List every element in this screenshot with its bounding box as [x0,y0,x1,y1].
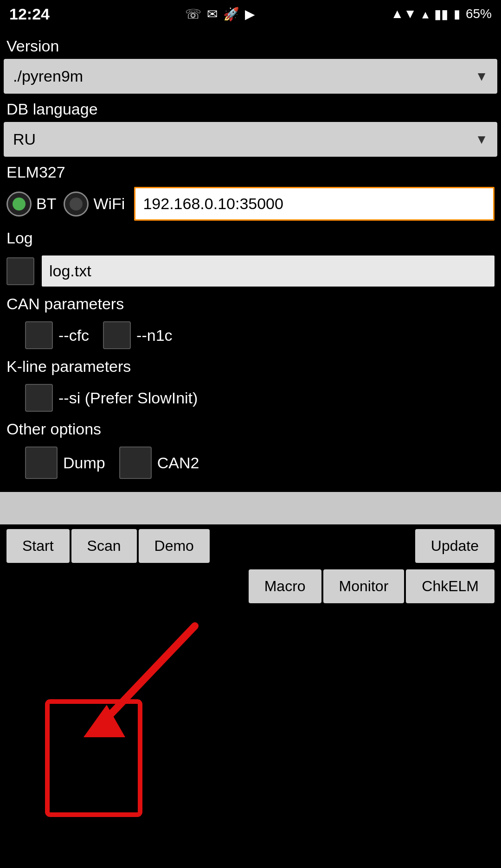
n1c-label: --n1c [136,326,172,345]
dump-label: Dump [63,454,105,472]
can-parameters-label: CAN parameters [0,290,501,315]
wifi-radio-item[interactable]: WiFi [64,191,125,217]
play-store-icon: ▶ [245,6,255,22]
arrow-shaft [102,626,195,723]
other-section: Dump CAN2 [0,440,501,483]
dump-checkbox[interactable] [25,447,58,479]
version-value: ./pyren9m [13,67,83,85]
kline-section: --si (Prefer SlowInit) [0,377,501,415]
gmail-icon: ✉ [207,6,218,22]
db-language-value: RU [13,130,36,148]
elm327-row: BT WiFi [6,187,495,221]
chkelm-button[interactable]: ChkELM [406,569,495,603]
log-filename: log.txt [42,255,495,287]
status-right: ▲▼ ▴ ▮▮ ▮ 65% [391,6,492,22]
version-label: Version [0,32,501,57]
cfc-checkbox[interactable] [25,321,53,349]
wifi-icon: ▴ [422,6,429,22]
bt-label: BT [36,195,56,213]
status-bar: 12:24 ☏ ✉ 🚀 ▶ ▲▼ ▴ ▮▮ ▮ 65% [0,0,501,28]
kline-row: --si (Prefer SlowInit) [6,384,495,412]
main-content: Version ./pyren9m ▼ DB language RU ▼ ELM… [0,28,501,610]
n1c-item: --n1c [103,321,172,349]
wifi-radio-circle[interactable] [64,191,89,217]
log-checkbox[interactable] [6,257,34,285]
connection-type-group: BT WiFi [6,191,125,217]
status-icons: ☏ ✉ 🚀 ▶ [185,6,255,22]
si-label: --si (Prefer SlowInit) [58,389,198,407]
db-language-dropdown[interactable]: RU ▼ [4,122,497,157]
kline-parameters-label: K-line parameters [0,353,501,377]
log-row: log.txt [6,255,495,287]
battery-icon: ▮ [454,7,460,21]
version-dropdown-arrow: ▼ [475,69,488,84]
whatsapp-icon: ☏ [185,6,201,22]
elm327-section: BT WiFi [0,183,501,224]
start-button[interactable]: Start [6,529,70,563]
can2-label: CAN2 [157,454,199,472]
can2-item: CAN2 [119,447,199,479]
can-row: --cfc --n1c [6,321,495,349]
arrow-head [84,705,125,737]
version-dropdown[interactable]: ./pyren9m ▼ [4,59,497,94]
other-row: Dump CAN2 [6,447,495,479]
android-icon: 🚀 [223,6,239,22]
monitor-button[interactable]: Monitor [323,569,405,603]
elm327-label: ELM327 [0,159,501,183]
demo-button[interactable]: Demo [139,529,210,563]
scan-highlight-box [47,702,140,815]
scan-button[interactable]: Scan [71,529,137,563]
n1c-checkbox[interactable] [103,321,131,349]
log-section: log.txt [0,249,501,290]
update-button[interactable]: Update [415,529,495,563]
can2-checkbox[interactable] [119,447,152,479]
signal-icon: ▲▼ [391,6,417,21]
left-button-group: Start Scan Demo [6,529,210,563]
ip-address-input[interactable] [134,187,495,221]
cfc-item: --cfc [25,321,89,349]
log-label: Log [0,224,501,249]
separator-bar [0,492,501,524]
cfc-label: --cfc [58,326,89,345]
bottom-buttons-row1: Start Scan Demo Update [0,524,501,568]
dump-item: Dump [25,447,105,479]
network-icon: ▮▮ [434,6,448,22]
macro-button[interactable]: Macro [249,569,321,603]
can-section: --cfc --n1c [0,315,501,353]
bt-radio-item[interactable]: BT [6,191,56,217]
other-options-label: Other options [0,415,501,440]
db-language-dropdown-arrow: ▼ [475,132,488,147]
bottom-buttons-row2: Macro Monitor ChkELM [0,568,501,610]
wifi-label: WiFi [93,195,125,213]
bt-radio-circle[interactable] [6,191,32,217]
status-time: 12:24 [9,5,50,23]
db-language-label: DB language [0,96,501,120]
battery-percent: 65% [466,6,492,21]
si-checkbox[interactable] [25,384,53,412]
